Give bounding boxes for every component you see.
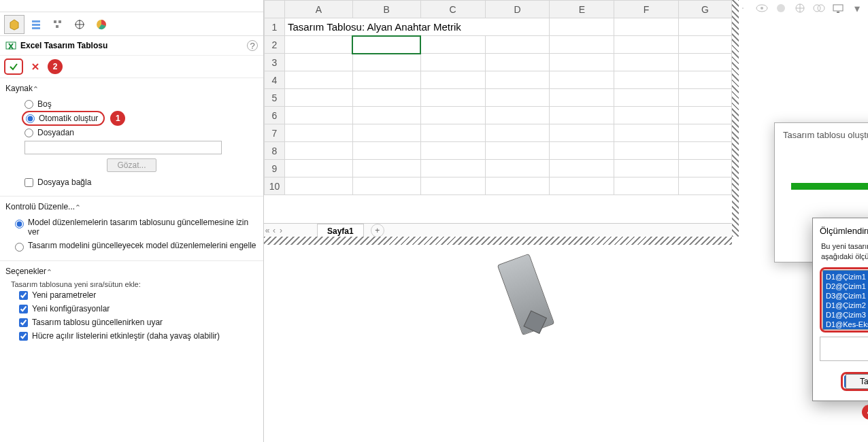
collapse-control[interactable]: ⌄ [75, 203, 81, 211]
step-3-ring: D1@Çizim1D2@Çizim1D3@Çizim1D1@Çizim2D1@Ç… [820, 267, 868, 333]
excel-grid[interactable]: A B C D E F G 1 Tasarım Tablosu: Alyan A… [264, 0, 732, 195]
dimension-option[interactable]: D1@Çizim3 [826, 310, 868, 320]
dimxpert-tab[interactable] [69, 15, 90, 34]
tamam-button[interactable]: Tamam [846, 374, 868, 389]
radio-control-allow[interactable]: Model düzenlemelerin tasarım tablosunu g… [5, 216, 258, 239]
col-E[interactable]: E [550, 1, 614, 18]
step-4-ok-ring: Tamam [841, 372, 868, 391]
browse-button[interactable]: Gözat... [107, 158, 156, 172]
svg-point-17 [814, 5, 820, 12]
chevron-down-icon[interactable]: ▾ [850, 1, 864, 15]
check-icon [9, 62, 18, 71]
close-icon [31, 63, 39, 71]
help-button[interactable]: ? [247, 40, 258, 51]
embed-border-right [732, 0, 739, 237]
cancel-panel-button[interactable] [29, 60, 42, 73]
viewport-toolbar: · ▾ [717, 1, 864, 15]
svg-rect-5 [59, 20, 61, 23]
step-2-badge: 2 [48, 59, 63, 74]
file-path-input[interactable] [24, 141, 222, 154]
dimension-option[interactable]: D1@Kes-Ekstrüzyon1 [826, 320, 868, 329]
panel-title-row: Excel Tasarım Tablosu ? [0, 36, 263, 56]
tree-icon [52, 18, 64, 31]
allen-key-model [497, 254, 555, 335]
dimensions-listbox[interactable]: D1@Çizim1D2@Çizim1D3@Çizim1D1@Çizim2D1@Ç… [822, 270, 868, 330]
excel-table-icon [5, 40, 16, 51]
target-icon [73, 18, 86, 31]
source-header: Kaynak [5, 84, 33, 93]
col-A[interactable]: A [284, 1, 352, 18]
step-4-badge: 4 [862, 405, 868, 420]
pie-icon [95, 18, 107, 31]
svg-rect-1 [32, 20, 40, 22]
svg-point-14 [761, 7, 763, 10]
dimension-option[interactable]: D3@Çizim1 [826, 291, 868, 301]
3d-viewport[interactable] [264, 245, 732, 442]
property-manager-tab[interactable] [26, 15, 46, 34]
check-dosyaya-bagla[interactable]: Dosyaya bağla [5, 172, 258, 189]
property-tabbar [0, 12, 263, 36]
svg-point-15 [777, 4, 785, 12]
panel-title: Excel Tasarım Tablosu [20, 41, 107, 50]
feature-manager-tab[interactable] [4, 15, 24, 34]
radio-bos[interactable]: Boş [5, 97, 258, 111]
confirm-ring [4, 58, 23, 75]
cube-icon [8, 18, 20, 31]
eye-icon[interactable] [755, 1, 769, 15]
svg-rect-19 [833, 5, 843, 11]
cell-A1[interactable]: Tasarım Tablosu: Alyan Anahtar Metrik [284, 18, 549, 36]
col-F[interactable]: F [614, 1, 679, 18]
radio-control-block[interactable]: Tasarım modelini güncelleyecek model düz… [5, 239, 258, 254]
configuration-manager-tab[interactable] [48, 15, 68, 34]
check-uyar[interactable]: Tasarım tablosu güncellenirken uyar [5, 316, 258, 329]
dimension-option[interactable]: D2@Çizim1 [826, 282, 868, 291]
sphere-icon[interactable] [774, 1, 788, 15]
collapse-options[interactable]: ⌄ [46, 267, 52, 276]
accept-button[interactable] [7, 60, 20, 73]
sheet-tab-sayfa1[interactable]: Sayfa1 [317, 224, 364, 237]
dimensions-dialog-title: Ölçümlendirmeler [820, 226, 868, 236]
active-cell-B2[interactable] [352, 36, 420, 54]
building-dialog-title: Tasarım tablosu oluşturuluyor... [775, 123, 868, 140]
svg-rect-2 [32, 24, 40, 26]
list-icon [30, 18, 42, 31]
check-hucre[interactable]: Hücre açılır listelerini etkinleştir (da… [5, 329, 258, 343]
radio-dosyadan[interactable]: Dosyadan [5, 126, 258, 139]
step-1-badge: 1 [110, 111, 125, 126]
dimension-option[interactable]: D1@Çizim2 [826, 301, 868, 310]
overlap-icon[interactable] [812, 1, 826, 15]
sheet-nav-first[interactable]: « [264, 227, 271, 234]
svg-rect-4 [54, 20, 56, 23]
col-D[interactable]: D [485, 1, 550, 18]
selected-dimension-field[interactable] [820, 337, 868, 361]
svg-point-18 [818, 5, 824, 12]
svg-marker-0 [10, 20, 18, 30]
radio-otomatik[interactable]: Otomatik oluştur [26, 114, 98, 123]
collapse-source[interactable]: ⌄ [33, 84, 39, 93]
embed-border-bottom [264, 237, 732, 245]
add-sheet-button[interactable]: + [371, 224, 384, 237]
col-B[interactable]: B [352, 1, 420, 18]
appearance-tab[interactable] [91, 15, 112, 34]
control-header: Kontrolü Düzenle... [5, 202, 75, 211]
dimension-option[interactable]: D1@Çizim1 [826, 272, 868, 282]
col-C[interactable]: C [420, 1, 485, 18]
dimensions-dialog: Ölçümlendirmeler ✕ Bu yeni tasarım tablo… [812, 218, 868, 401]
sheet-nav-prev[interactable]: ‹ [271, 227, 278, 234]
options-note: Tasarım tablosuna yeni sıra/sütun ekle: [5, 280, 258, 288]
options-header: Seçenekler [5, 267, 46, 276]
check-yeni-param[interactable]: Yeni parametreler [5, 288, 258, 302]
svg-rect-3 [32, 27, 40, 29]
col-G[interactable]: G [679, 1, 732, 18]
progress-bar [791, 183, 868, 190]
check-yeni-konfig[interactable]: Yeni konfigürasyonlar [5, 302, 258, 316]
globe-icon[interactable] [793, 1, 807, 15]
sheet-nav-next[interactable]: › [278, 227, 284, 234]
svg-rect-6 [56, 25, 59, 28]
dimensions-dialog-message: Bu yeni tasarım tablosuna eklemek için l… [820, 241, 868, 267]
monitor-icon[interactable] [831, 1, 845, 15]
